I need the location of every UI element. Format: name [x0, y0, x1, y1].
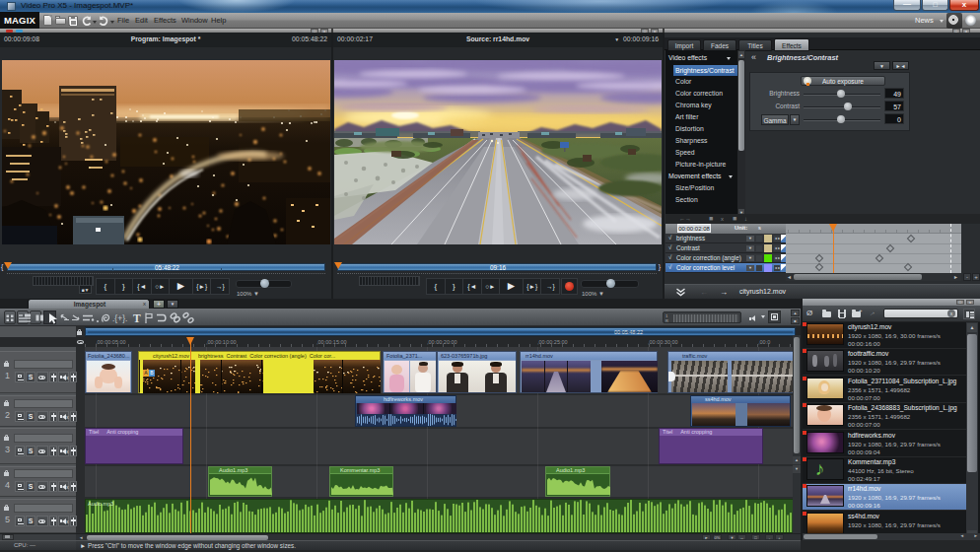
svg-text:T: T [133, 312, 141, 324]
svg-text:.{+}.: .{+}. [112, 313, 127, 323]
